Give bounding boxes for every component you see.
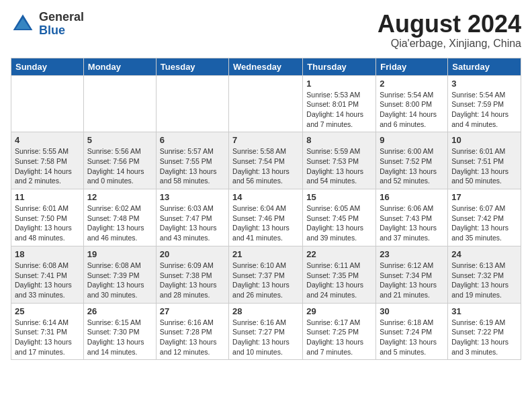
day-info: Sunrise: 6:01 AM Sunset: 7:50 PM Dayligh… [15,203,80,243]
week-row-2: 4Sunrise: 5:55 AM Sunset: 7:58 PM Daylig… [11,132,521,189]
calendar-cell: 2Sunrise: 5:54 AM Sunset: 8:00 PM Daylig… [376,75,448,132]
logo-text: General Blue [39,11,84,38]
calendar-cell: 21Sunrise: 6:10 AM Sunset: 7:37 PM Dayli… [229,246,303,303]
calendar-cell: 25Sunrise: 6:14 AM Sunset: 7:31 PM Dayli… [11,303,84,360]
calendar-cell: 20Sunrise: 6:09 AM Sunset: 7:38 PM Dayli… [156,246,228,303]
calendar-cell: 26Sunrise: 6:15 AM Sunset: 7:30 PM Dayli… [83,303,156,360]
day-number: 5 [87,135,152,145]
day-number: 6 [160,135,225,145]
calendar-cell: 28Sunrise: 6:16 AM Sunset: 7:27 PM Dayli… [229,303,303,360]
calendar-cell: 23Sunrise: 6:12 AM Sunset: 7:34 PM Dayli… [376,246,448,303]
day-number: 4 [15,135,80,145]
calendar-cell: 7Sunrise: 5:58 AM Sunset: 7:54 PM Daylig… [229,132,303,189]
calendar-cell: 15Sunrise: 6:05 AM Sunset: 7:45 PM Dayli… [303,189,376,246]
day-info: Sunrise: 6:17 AM Sunset: 7:25 PM Dayligh… [306,318,372,357]
day-number: 16 [380,192,444,202]
day-number: 30 [380,306,444,316]
calendar-cell: 3Sunrise: 5:54 AM Sunset: 7:59 PM Daylig… [448,75,521,132]
weekday-header-tuesday: Tuesday [156,58,228,75]
day-info: Sunrise: 6:09 AM Sunset: 7:38 PM Dayligh… [160,261,225,300]
calendar-cell: 14Sunrise: 6:04 AM Sunset: 7:46 PM Dayli… [229,189,303,246]
day-info: Sunrise: 6:00 AM Sunset: 7:52 PM Dayligh… [380,146,444,186]
calendar-cell: 9Sunrise: 6:00 AM Sunset: 7:52 PM Daylig… [376,132,448,189]
day-number: 7 [232,135,299,145]
day-info: Sunrise: 5:58 AM Sunset: 7:54 PM Dayligh… [232,146,299,186]
calendar-cell: 1Sunrise: 5:53 AM Sunset: 8:01 PM Daylig… [303,75,376,132]
logo-icon [11,12,35,36]
day-info: Sunrise: 6:03 AM Sunset: 7:47 PM Dayligh… [160,203,225,243]
calendar-cell: 24Sunrise: 6:13 AM Sunset: 7:32 PM Dayli… [448,246,521,303]
week-row-1: 1Sunrise: 5:53 AM Sunset: 8:01 PM Daylig… [11,75,521,132]
day-number: 27 [160,306,225,316]
day-number: 8 [306,135,372,145]
day-info: Sunrise: 5:59 AM Sunset: 7:53 PM Dayligh… [306,146,372,186]
day-number: 23 [380,249,444,259]
weekday-header-saturday: Saturday [448,58,521,75]
calendar-cell [11,75,84,132]
day-number: 3 [451,79,517,89]
calendar-cell: 19Sunrise: 6:08 AM Sunset: 7:39 PM Dayli… [83,246,156,303]
day-number: 9 [380,135,444,145]
day-number: 24 [451,249,517,259]
calendar-cell: 27Sunrise: 6:16 AM Sunset: 7:28 PM Dayli… [156,303,228,360]
day-number: 1 [306,79,372,89]
day-info: Sunrise: 6:08 AM Sunset: 7:39 PM Dayligh… [87,261,152,300]
week-row-4: 18Sunrise: 6:08 AM Sunset: 7:41 PM Dayli… [11,246,521,303]
day-number: 2 [380,79,444,89]
day-number: 10 [451,135,517,145]
day-number: 22 [306,249,372,259]
day-info: Sunrise: 6:01 AM Sunset: 7:51 PM Dayligh… [451,146,517,186]
day-info: Sunrise: 6:19 AM Sunset: 7:22 PM Dayligh… [451,318,517,357]
day-number: 28 [232,306,299,316]
calendar-cell: 8Sunrise: 5:59 AM Sunset: 7:53 PM Daylig… [303,132,376,189]
day-info: Sunrise: 6:12 AM Sunset: 7:34 PM Dayligh… [380,261,444,300]
calendar-cell: 12Sunrise: 6:02 AM Sunset: 7:48 PM Dayli… [83,189,156,246]
calendar-cell: 18Sunrise: 6:08 AM Sunset: 7:41 PM Dayli… [11,246,84,303]
weekday-header-row: SundayMondayTuesdayWednesdayThursdayFrid… [11,58,521,75]
day-info: Sunrise: 6:16 AM Sunset: 7:28 PM Dayligh… [160,318,225,357]
day-info: Sunrise: 6:18 AM Sunset: 7:24 PM Dayligh… [380,318,444,357]
calendar-cell: 30Sunrise: 6:18 AM Sunset: 7:24 PM Dayli… [376,303,448,360]
day-info: Sunrise: 6:13 AM Sunset: 7:32 PM Dayligh… [451,261,517,300]
day-number: 17 [451,192,517,202]
weekday-header-monday: Monday [83,58,156,75]
day-info: Sunrise: 6:16 AM Sunset: 7:27 PM Dayligh… [232,318,299,357]
day-number: 20 [160,249,225,259]
day-info: Sunrise: 5:54 AM Sunset: 7:59 PM Dayligh… [451,90,517,130]
location-subtitle: Qia'erbage, Xinjiang, China [378,38,521,50]
day-info: Sunrise: 6:02 AM Sunset: 7:48 PM Dayligh… [87,203,152,243]
day-info: Sunrise: 6:08 AM Sunset: 7:41 PM Dayligh… [15,261,80,300]
day-info: Sunrise: 5:57 AM Sunset: 7:55 PM Dayligh… [160,146,225,186]
day-number: 11 [15,192,80,202]
calendar-cell: 13Sunrise: 6:03 AM Sunset: 7:47 PM Dayli… [156,189,228,246]
weekday-header-friday: Friday [376,58,448,75]
day-info: Sunrise: 6:07 AM Sunset: 7:42 PM Dayligh… [451,203,517,243]
calendar-cell: 29Sunrise: 6:17 AM Sunset: 7:25 PM Dayli… [303,303,376,360]
day-number: 12 [87,192,152,202]
day-info: Sunrise: 6:04 AM Sunset: 7:46 PM Dayligh… [232,203,299,243]
day-number: 21 [232,249,299,259]
calendar-cell: 4Sunrise: 5:55 AM Sunset: 7:58 PM Daylig… [11,132,84,189]
day-number: 29 [306,306,372,316]
day-number: 31 [451,306,517,316]
calendar-cell: 16Sunrise: 6:06 AM Sunset: 7:43 PM Dayli… [376,189,448,246]
day-info: Sunrise: 6:15 AM Sunset: 7:30 PM Dayligh… [87,318,152,357]
week-row-5: 25Sunrise: 6:14 AM Sunset: 7:31 PM Dayli… [11,303,521,360]
day-info: Sunrise: 5:55 AM Sunset: 7:58 PM Dayligh… [15,146,80,186]
day-info: Sunrise: 5:54 AM Sunset: 8:00 PM Dayligh… [380,90,444,130]
day-number: 15 [306,192,372,202]
calendar-cell [156,75,228,132]
day-info: Sunrise: 6:14 AM Sunset: 7:31 PM Dayligh… [15,318,80,357]
day-info: Sunrise: 6:06 AM Sunset: 7:43 PM Dayligh… [380,203,444,243]
calendar-cell: 31Sunrise: 6:19 AM Sunset: 7:22 PM Dayli… [448,303,521,360]
calendar-cell [83,75,156,132]
calendar-cell: 5Sunrise: 5:56 AM Sunset: 7:56 PM Daylig… [83,132,156,189]
day-info: Sunrise: 6:05 AM Sunset: 7:45 PM Dayligh… [306,203,372,243]
calendar-cell: 11Sunrise: 6:01 AM Sunset: 7:50 PM Dayli… [11,189,84,246]
day-info: Sunrise: 5:56 AM Sunset: 7:56 PM Dayligh… [87,146,152,186]
day-info: Sunrise: 6:10 AM Sunset: 7:37 PM Dayligh… [232,261,299,300]
weekday-header-sunday: Sunday [11,58,84,75]
calendar-cell [229,75,303,132]
calendar-cell: 22Sunrise: 6:11 AM Sunset: 7:35 PM Dayli… [303,246,376,303]
day-info: Sunrise: 6:11 AM Sunset: 7:35 PM Dayligh… [306,261,372,300]
